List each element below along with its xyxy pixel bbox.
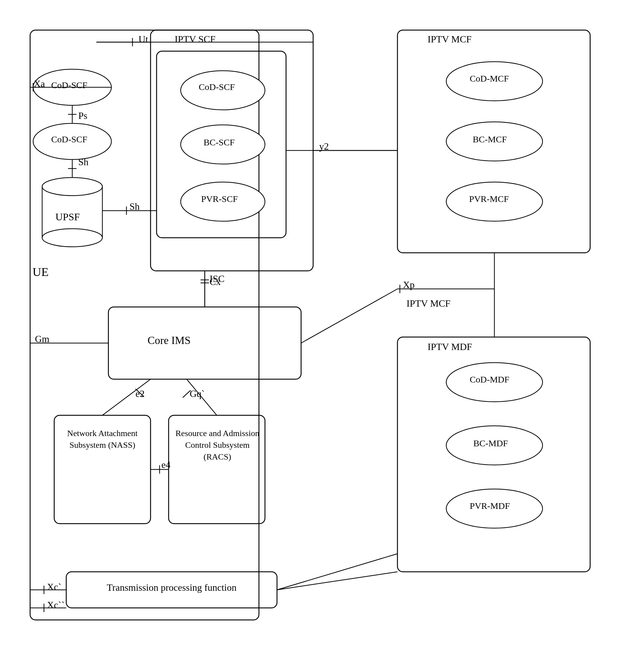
cod-scf-outer1-label: CoD-SCF (51, 80, 87, 90)
pvr-mdf-label: PVR-MDF (470, 501, 510, 511)
tpf-label: Transmission processing function (70, 582, 274, 593)
iptv-mcf-bottom-label: IPTV MCF (406, 298, 450, 309)
svg-point-13 (42, 229, 102, 247)
core-ims-label: Core IMS (147, 334, 191, 347)
sh-left-label: Sh (78, 157, 89, 168)
xa-label: Xa (34, 78, 45, 89)
sh-right-label: Sh (130, 201, 140, 212)
svg-line-57 (301, 289, 397, 343)
svg-rect-4 (397, 337, 590, 572)
svg-line-58 (277, 572, 397, 590)
xc2-label: Xc`` (47, 599, 65, 610)
y2-label: y2 (319, 141, 329, 152)
bc-mdf-label: BC-MDF (473, 438, 508, 449)
svg-rect-0 (30, 30, 259, 620)
gm-label: Gm (35, 333, 49, 344)
bc-mcf-label: BC-MCF (473, 134, 507, 144)
gq-label: Gq` (190, 388, 205, 399)
pvr-mcf-label: PVR-MCF (469, 194, 509, 204)
xp-label: Xp (403, 279, 415, 290)
nass-label: Network Attachment Subsystem (NASS) (57, 427, 147, 451)
iptv-scf-label: IPTV SCF (174, 34, 215, 45)
iptv-mdf-label: IPTV MDF (427, 341, 472, 353)
svg-point-12 (42, 177, 102, 196)
svg-line-54 (277, 554, 397, 590)
cod-scf-inner-label: CoD-SCF (199, 82, 235, 92)
cx-label: Cx (210, 276, 221, 287)
xc1-label: Xc` (47, 581, 62, 593)
cod-mcf-label: CoD-MCF (470, 73, 509, 83)
bc-scf-inner-label: BC-SCF (204, 137, 235, 147)
pvr-scf-inner-label: PVR-SCF (201, 194, 238, 204)
racs-label: Resource and Admission Control Subsystem… (171, 427, 264, 463)
cod-scf-outer2-label: CoD-SCF (51, 134, 87, 144)
iptv-mcf-top-label: IPTV MCF (427, 34, 471, 45)
ue-label: UE (32, 265, 48, 279)
ut-label: Ut (139, 34, 148, 45)
e2-label: e2 (136, 388, 144, 399)
cod-mdf-label: CoD-MDF (470, 375, 510, 385)
svg-rect-5 (109, 307, 301, 379)
svg-rect-1 (150, 30, 313, 271)
ps-label: Ps (78, 110, 87, 121)
e4-label: e4 (161, 459, 170, 471)
upsf-label: UPSF (55, 211, 80, 223)
